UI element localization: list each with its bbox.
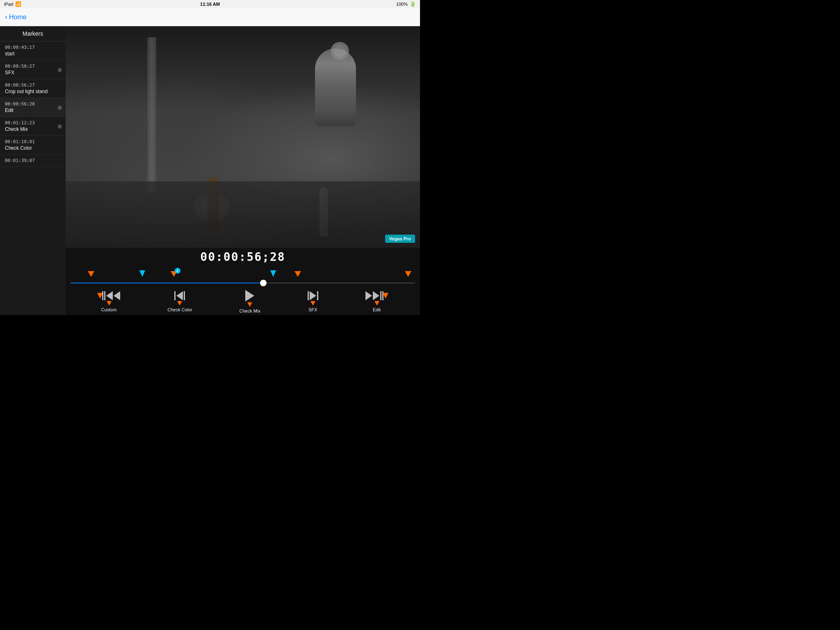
marker-time-1: 00:00:50;27 xyxy=(5,64,61,69)
marker-item-5[interactable]: 00:01:18;01Check Color xyxy=(0,136,66,155)
skip-back-bar1 xyxy=(102,291,103,300)
transport-check-color-label: Check Color xyxy=(167,307,192,312)
transport-edit-label: Edit xyxy=(373,307,381,312)
status-right: 100% 🔋 xyxy=(396,1,416,7)
skip-back-tri2 xyxy=(114,291,120,300)
skip-fwd-bar1 xyxy=(380,291,381,300)
step-fwd-icon-row xyxy=(308,291,318,300)
markers-sidebar: Markers 00:00:43;17start00:00:50;27SFX⊗0… xyxy=(0,26,66,315)
skip-fwd-icon-row xyxy=(365,291,388,300)
status-bar: iPad 📶 11:16 AM 100% 🔋 xyxy=(0,0,420,8)
marker-label-4: Check Mix xyxy=(5,126,61,132)
battery-label: 100% xyxy=(396,2,408,7)
scrubber-container[interactable]: 2 xyxy=(66,266,420,286)
marker-list: 00:00:43;17start00:00:50;27SFX⊗00:00:56;… xyxy=(0,41,66,167)
marker-label-1: SFX xyxy=(5,70,61,75)
main-layout: Markers 00:00:43;17start00:00:50;27SFX⊗0… xyxy=(0,26,420,315)
video-area: Vegas Pro xyxy=(66,26,420,248)
marker-time-0: 00:00:43;17 xyxy=(5,45,61,50)
scene-figure xyxy=(315,48,356,126)
wifi-icon: 📶 xyxy=(15,1,21,7)
chevron-left-icon: ‹ xyxy=(5,13,7,21)
step-fwd-bottom-marker xyxy=(310,301,315,306)
marker-item-0[interactable]: 00:00:43;17start xyxy=(0,41,66,60)
transport-step-back-button[interactable]: Check Color xyxy=(167,291,192,312)
marker-badge: 2 xyxy=(175,268,180,274)
transport-row: Custom xyxy=(66,290,420,313)
marker-time-6: 00:01:39;07 xyxy=(5,158,61,163)
play-triangle xyxy=(245,290,254,301)
step-back-tri xyxy=(176,291,183,300)
timeline-marker-4 xyxy=(270,270,276,277)
transport-skip-back-button[interactable]: Custom xyxy=(97,291,120,312)
step-back-bar2 xyxy=(184,291,185,300)
skip-fwd-arrows xyxy=(365,291,383,300)
skip-back-bar2 xyxy=(104,291,105,300)
orange-marker-4 xyxy=(405,271,411,277)
cyan-marker-1 xyxy=(139,270,145,277)
marker-item-1[interactable]: 00:00:50;27SFX⊗ xyxy=(0,60,66,79)
timecode-display: 00:00:56;28 xyxy=(66,250,420,266)
transport-area: Custom xyxy=(66,288,420,315)
skip-back-marker-under xyxy=(107,301,111,306)
marker-time-5: 00:01:18;01 xyxy=(5,139,61,144)
cyan-marker-2 xyxy=(270,270,276,277)
skip-fwd-marker-under xyxy=(374,301,379,306)
marker-time-2: 00:00:56;27 xyxy=(5,82,61,88)
scrubber-line[interactable] xyxy=(71,283,415,283)
timeline-marker-6 xyxy=(405,271,411,277)
skip-back-icon-row xyxy=(97,291,120,300)
marker-label-5: Check Color xyxy=(5,145,61,151)
timeline-marker-1 xyxy=(88,271,94,277)
overlap-cyan: 2 xyxy=(171,271,177,277)
play-bottom-marker xyxy=(247,302,252,307)
step-fwd-bar xyxy=(308,291,309,300)
skip-fwd-bottom-marker xyxy=(374,301,379,306)
marker-label-0: start xyxy=(5,51,61,57)
transport-step-fwd-button[interactable]: SFX xyxy=(308,291,318,312)
step-fwd-marker-under xyxy=(310,301,315,306)
battery-icon: 🔋 xyxy=(410,1,416,7)
skip-back-tri1 xyxy=(106,291,113,300)
step-fwd-tri xyxy=(310,291,316,300)
video-background: Vegas Pro xyxy=(66,26,420,248)
device-label: iPad xyxy=(4,2,13,7)
transport-check-mix-label: Check Mix xyxy=(240,308,260,313)
marker-item-2[interactable]: 00:00:56;27Crop out light stand xyxy=(0,79,66,98)
marker-time-4: 00:01:12;23 xyxy=(5,120,61,126)
transport-skip-fwd-button[interactable]: Edit xyxy=(365,291,388,312)
scrubber-thumb[interactable] xyxy=(260,280,267,286)
marker-item-3[interactable]: 00:00:56;28Edit⊗ xyxy=(0,98,66,117)
scene-floor xyxy=(66,181,420,248)
skip-fwd-orange-marker xyxy=(383,293,388,299)
marker-delete-4[interactable]: ⊗ xyxy=(57,123,62,130)
home-label: Home xyxy=(9,14,27,21)
transport-sfx-label: SFX xyxy=(308,307,317,312)
marker-delete-1[interactable]: ⊗ xyxy=(57,66,62,73)
transport-custom-label: Custom xyxy=(101,307,116,312)
marker-delete-3[interactable]: ⊗ xyxy=(57,104,62,111)
sidebar-header: Markers xyxy=(0,26,66,41)
timeline-marker-5 xyxy=(294,271,301,277)
home-button[interactable]: ‹ Home xyxy=(5,13,27,21)
marker-item-6[interactable]: 00:01:39;07 xyxy=(0,155,66,167)
step-fwd-bar2 xyxy=(317,291,318,300)
step-back-icon-row xyxy=(174,291,185,300)
step-fwd-arrows xyxy=(308,291,318,300)
orange-marker-1 xyxy=(88,271,94,277)
status-time: 11:16 AM xyxy=(200,2,220,7)
timeline-marker-2 xyxy=(139,270,145,277)
scene-head xyxy=(331,42,349,60)
marker-label-3: Edit xyxy=(5,107,61,113)
marker-label-2: Crop out light stand xyxy=(5,89,61,94)
play-icon-row xyxy=(245,290,254,301)
timeline-markers-row: 2 xyxy=(71,266,415,278)
transport-play-button[interactable]: Check Mix xyxy=(240,290,260,313)
marker-item-4[interactable]: 00:01:12;23Check Mix⊗ xyxy=(0,117,66,136)
skip-fwd-tri2 xyxy=(373,291,379,300)
step-back-bottom-marker xyxy=(177,301,182,306)
nav-bar: ‹ Home xyxy=(0,8,420,26)
play-marker-under xyxy=(247,302,252,307)
step-back-marker-under xyxy=(177,301,182,306)
status-left: iPad 📶 xyxy=(4,1,21,7)
